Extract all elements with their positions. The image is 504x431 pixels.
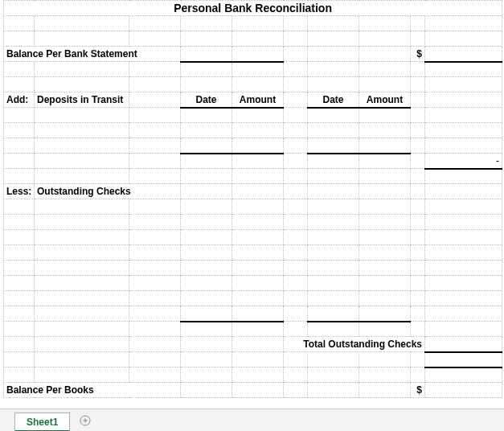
balance-per-bank-label: Balance Per Bank Statement [4,47,181,62]
currency-symbol: $ [411,47,425,62]
amount-header-1: Amount [232,92,284,108]
date-header-1: Date [181,92,232,108]
balance-per-books-value[interactable] [425,383,502,398]
bank-balance-total[interactable] [425,47,502,62]
total-outstanding-value[interactable] [425,337,502,352]
less-label: Less: [4,184,35,199]
amount-header-2: Amount [359,92,411,108]
deposits-total: - [425,154,502,169]
add-label: Add: [4,92,35,108]
date-header-2: Date [308,92,359,108]
page-title: Personal Bank Reconciliation [4,1,502,16]
bank-balance-field[interactable] [181,47,232,62]
outstanding-checks-label: Outstanding Checks [35,184,181,199]
total-outstanding-label: Total Outstanding Checks [284,337,425,352]
balance-per-books-label: Balance Per Books [4,383,181,398]
worksheet-area[interactable]: Personal Bank Reconciliation Balance Per… [0,0,504,408]
currency-symbol-2: $ [411,383,425,398]
sheet-tab-strip: Sheet1 [0,408,504,431]
sheet-tab-active[interactable]: Sheet1 [14,413,70,431]
add-sheet-button[interactable] [76,412,94,429]
deposits-in-transit-label: Deposits in Transit [35,92,129,108]
plus-circle-icon [80,415,91,426]
spreadsheet-grid[interactable]: Personal Bank Reconciliation Balance Per… [3,0,502,398]
